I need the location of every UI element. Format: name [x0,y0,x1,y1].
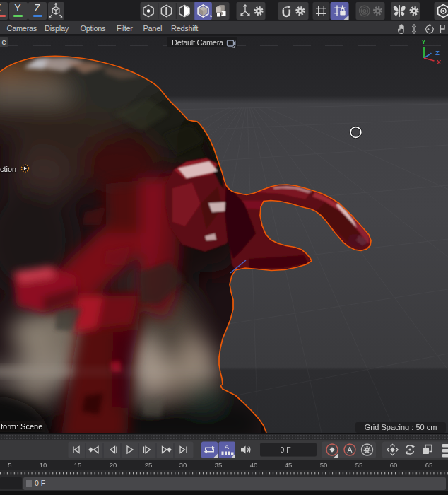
svg-text:Z: Z [435,49,440,57]
svg-text:Y: Y [421,37,426,45]
svg-text:A: A [347,446,352,454]
svg-text:X: X [437,58,442,66]
svg-text:0 F: 0 F [280,446,290,454]
svg-text:A: A [225,443,229,450]
